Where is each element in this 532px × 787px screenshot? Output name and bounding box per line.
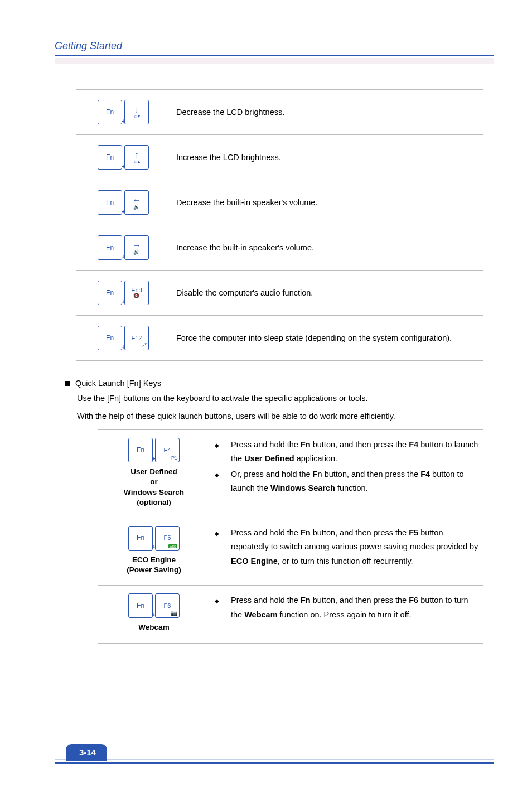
quick-launch-heading: Quick Launch [Fn] Keys [65,379,487,388]
table-row: Fn + Increase the built-in speaker's vol… [76,225,483,271]
key-combo: Fn + [97,145,149,170]
f6-key-label: F6 [164,603,171,609]
key-combo: Fn + End [97,281,149,305]
quick-launch-paragraph: Use the [Fn] buttons on the keyboard to … [77,391,487,407]
shortcut-description: Disable the computer's audio function. [171,271,483,316]
key-combo: Fn + [97,235,149,260]
fn-key-icon: Fn [98,190,122,215]
eco-engine-label: ECO Engine (Power Saving) [101,555,206,575]
list-item: ◆ Press and hold the Fn button, and then… [213,438,480,466]
page-number-badge: 3-14 [66,744,107,761]
shortcut-description: Force the computer into sleep state (dep… [171,316,483,361]
key-combo: Fn + [97,100,149,124]
quick-launch-paragraph: With the help of these quick launch butt… [77,409,487,424]
key-combo: Fn + F5Eco [128,526,180,551]
list-item: ◆ Press and hold the Fn button, and then… [213,593,480,622]
fn-key-icon: Fn [98,281,122,305]
table-row: Fn + F5Eco ECO Engine (Power Saving) ◆ P… [98,518,483,585]
f12-key-label: F12 [131,335,142,341]
table-row: Fn + End Disable the computer's audio fu… [76,271,483,316]
f4-key-label: F4 [164,447,171,453]
table-row: Fn + F4P1 User Defined or Windows Search… [98,430,483,518]
shortcut-description: Decrease the built-in speaker's volume. [171,180,483,225]
quick-launch-table: Fn + F4P1 User Defined or Windows Search… [98,429,483,644]
list-item: ◆ Press and hold the Fn button, and then… [213,526,480,568]
fn-shortcuts-table: Fn + Decrease the LCD brightness. Fn + I… [76,89,483,361]
table-row: Fn + Decrease the built-in speaker's vol… [76,180,483,225]
table-row: Fn + Increase the LCD brightness. [76,135,483,180]
label-line: ECO Engine [132,556,176,564]
bullet-list: ◆ Press and hold the Fn button, and then… [213,593,480,622]
arrow-up-brightness-key-icon [124,145,149,170]
table-row: Fn + F6 Webcam ◆ Press and hold the Fn b… [98,586,483,643]
list-item: ◆ Or, press and hold the Fn button, and … [213,467,480,496]
arrow-down-brightness-key-icon [124,100,149,124]
bullet-text: Or, press and hold the Fn button, and th… [231,467,480,496]
bullet-list: ◆ Press and hold the Fn button, and then… [213,526,480,568]
key-combo: Fn + F12zz [97,326,149,350]
key-combo: Fn + F6 [128,593,180,618]
fn-key-icon: Fn [128,593,153,618]
key-combo: Fn + F4P1 [128,438,180,462]
bullet-text: Press and hold the Fn button, and then p… [231,593,480,622]
camera-icon [171,611,177,616]
f5-eco-key-icon: F5Eco [155,526,180,551]
square-bullet-icon [65,381,70,386]
webcam-label: Webcam [101,622,206,633]
fn-key-icon: Fn [98,100,122,124]
label-line: (Power Saving) [127,566,181,574]
shortcut-description: Increase the LCD brightness. [171,135,483,180]
key-combo: Fn + [97,190,149,215]
diamond-bullet-icon: ◆ [213,593,221,622]
arrow-right-volume-key-icon [124,235,149,260]
label-line: Webcam [138,623,169,631]
fn-key-icon: Fn [128,526,153,551]
fn-key-icon: Fn [98,235,122,260]
user-defined-label: User Defined or Windows Search (optional… [101,467,206,508]
diamond-bullet-icon: ◆ [213,526,221,568]
shortcut-description: Decrease the LCD brightness. [171,90,483,135]
label-line: Windows Search [124,488,184,496]
f5-key-label: F5 [164,535,171,541]
arrow-left-volume-key-icon [124,190,149,215]
page-header-title: Getting Started [55,40,122,52]
fn-key-icon: Fn [98,326,122,350]
label-line: or [150,477,158,486]
eco-icon: Eco [168,544,177,549]
p1-label-icon: P1 [171,456,177,461]
end-mute-key-icon: End [124,281,149,305]
f4-key-icon: F4P1 [155,438,180,462]
fn-key-icon: Fn [98,145,122,170]
table-row: Fn + Decrease the LCD brightness. [76,90,483,135]
diamond-bullet-icon: ◆ [213,467,221,496]
label-line: User Defined [130,467,177,476]
quick-launch-heading-text: Quick Launch [Fn] Keys [75,379,161,388]
sleep-icon: zz [142,342,147,349]
header-rule [55,55,494,56]
shortcut-description: Increase the built-in speaker's volume. [171,225,483,271]
bullet-list: ◆ Press and hold the Fn button, and then… [213,438,480,496]
f6-webcam-key-icon: F6 [155,593,180,618]
main-content: Fn + Decrease the LCD brightness. Fn + I… [55,89,487,644]
diamond-bullet-icon: ◆ [213,438,221,466]
table-row: Fn + F12zz Force the computer into sleep… [76,316,483,361]
fn-key-icon: Fn [128,438,153,462]
bullet-text: Press and hold the Fn button, and then p… [231,438,480,466]
f12-sleep-key-icon: F12zz [124,326,149,350]
footer-rule [55,762,494,764]
bullet-text: Press and hold the Fn button, and then p… [231,526,480,568]
label-line: (optional) [137,498,171,506]
